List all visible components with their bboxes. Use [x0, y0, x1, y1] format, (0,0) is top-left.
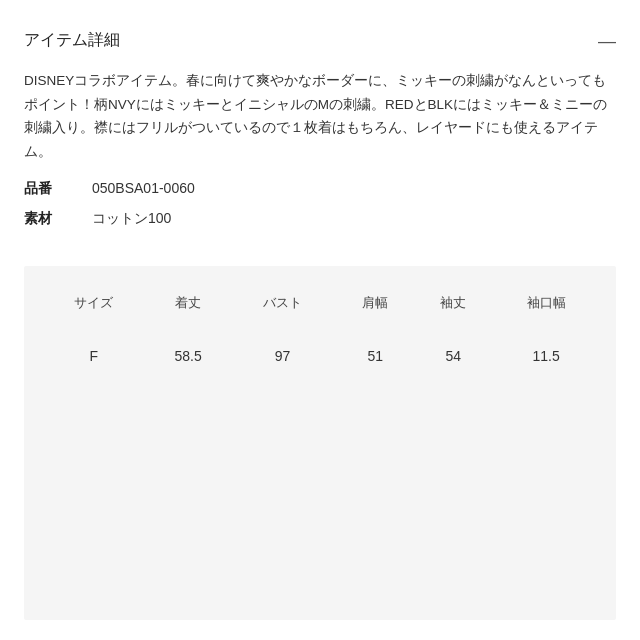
col-header-0: サイズ	[40, 286, 148, 328]
col-header-5: 袖口幅	[492, 286, 600, 328]
size-table: サイズ着丈バスト肩幅袖丈袖口幅 F58.597515411.5	[40, 286, 600, 374]
size-cell-0-4: 54	[414, 328, 492, 374]
material-value: コットン100	[92, 210, 171, 228]
item-number-row: 品番 050BSA01-0060	[24, 180, 616, 198]
size-cell-0-5: 11.5	[492, 328, 600, 374]
size-cell-0-1: 58.5	[148, 328, 229, 374]
size-table-header-row: サイズ着丈バスト肩幅袖丈袖口幅	[40, 286, 600, 328]
size-table-row-0: F58.597515411.5	[40, 328, 600, 374]
size-table-section: サイズ着丈バスト肩幅袖丈袖口幅 F58.597515411.5	[24, 266, 616, 621]
item-description: DISNEYコラボアイテム。春に向けて爽やかなボーダーに、ミッキーの刺繍がなんと…	[24, 69, 616, 164]
col-header-2: バスト	[229, 286, 337, 328]
material-row: 素材 コットン100	[24, 210, 616, 228]
size-cell-0-2: 97	[229, 328, 337, 374]
size-cell-0-0: F	[40, 328, 148, 374]
section-header: アイテム詳細 —	[24, 30, 616, 51]
col-header-1: 着丈	[148, 286, 229, 328]
page-container: アイテム詳細 — DISNEYコラボアイテム。春に向けて爽やかなボーダーに、ミッ…	[0, 0, 640, 640]
collapse-icon[interactable]: —	[598, 32, 616, 50]
col-header-4: 袖丈	[414, 286, 492, 328]
col-header-3: 肩幅	[336, 286, 414, 328]
material-label: 素材	[24, 210, 72, 228]
section-title: アイテム詳細	[24, 30, 120, 51]
item-info: 品番 050BSA01-0060 素材 コットン100	[24, 180, 616, 240]
item-number-value: 050BSA01-0060	[92, 180, 195, 196]
size-cell-0-3: 51	[336, 328, 414, 374]
item-number-label: 品番	[24, 180, 72, 198]
